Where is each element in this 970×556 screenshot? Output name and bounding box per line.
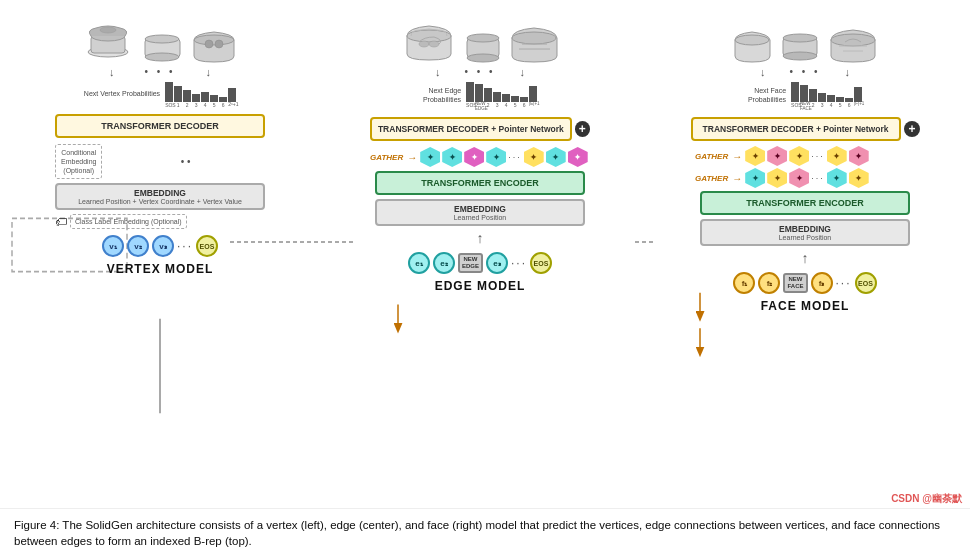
edge-token-dots: ··· — [511, 256, 527, 270]
svg-point-15 — [194, 35, 234, 45]
token-eos-edge: EOS — [530, 252, 552, 274]
face-embedding: EMBEDDING Learned Position — [700, 219, 910, 246]
svg-point-25 — [735, 35, 769, 45]
arrow2: ↓ — [206, 66, 212, 78]
token-e1: e₁ — [408, 252, 430, 274]
edge-transformer-encoder: TRANSFORMER ENCODER — [375, 171, 585, 195]
svg-point-16 — [205, 40, 213, 48]
face-hex-row2: ✦ ✦ ✦ ··· ✦ ✦ — [745, 168, 869, 188]
caption-area: Figure 4: The SolidGen architecture cons… — [0, 509, 970, 556]
face-down-arrows: ↓ • • • ↓ — [760, 66, 850, 78]
class-label-embed: Class Label Embedding (Optional) — [70, 214, 187, 229]
edge-down-arrows: ↓ • • • ↓ — [435, 66, 525, 78]
svg-point-22 — [467, 34, 499, 42]
face-hex-row1: ✦ ✦ ✦ ··· ✦ ✦ — [745, 146, 869, 166]
face-model-label: FACE MODEL — [761, 299, 850, 313]
f-arr1: ↓ — [760, 66, 766, 78]
token-f3: f₃ — [811, 272, 833, 294]
face-model-col: ↓ • • • ↓ Next FaceProbabilities — [650, 8, 960, 508]
edge-prob: Next EdgeProbabilities — [423, 80, 537, 111]
vertex-model-label: VERTEX MODEL — [107, 262, 214, 276]
face-hex-c1: ✦ — [745, 168, 765, 188]
svg-point-11 — [100, 27, 116, 33]
token-v1: v₁ — [102, 235, 124, 257]
vertex-embed-sub: Learned Position + Vertex Coordinate + V… — [63, 198, 257, 205]
vertex-shapes — [81, 12, 239, 64]
watermark: CSDN @幽荼默 — [891, 492, 962, 506]
token-eos-face: EOS — [855, 272, 877, 294]
e-arr2: ↓ — [520, 66, 526, 78]
face-up-arrow: ↑ — [802, 250, 809, 266]
edge-tokens: e₁ e₂ NEWEDGE e₃ ··· EOS — [408, 252, 552, 274]
svg-point-28 — [783, 52, 817, 60]
hex-m1: ✦ — [464, 147, 484, 167]
vertex-down-arrows: ↓ • • • ↓ — [109, 66, 211, 78]
face-shape-3 — [825, 26, 880, 64]
figure-caption: Figure 4: The SolidGen architecture cons… — [14, 519, 940, 548]
vertex-embedding: EMBEDDING Learned Position + Vertex Coor… — [55, 183, 265, 210]
edge-gather-arrow: → — [407, 152, 417, 163]
vertex-shape-3 — [189, 26, 239, 64]
svg-point-24 — [512, 32, 556, 44]
face-transformer-encoder: TRANSFORMER ENCODER — [700, 191, 910, 215]
svg-point-27 — [783, 34, 817, 42]
face-hex-y2: ✦ — [789, 146, 809, 166]
hex-c3: ✦ — [486, 147, 506, 167]
face-prob-label: Next FaceProbabilities — [748, 87, 786, 104]
token-f1: f₁ — [733, 272, 755, 294]
face-hex-p3: ✦ — [789, 168, 809, 188]
hex-y1: ✦ — [524, 147, 544, 167]
token-f2: f₂ — [758, 272, 780, 294]
face-hex-dots2: ··· — [811, 173, 825, 183]
face-shape-1 — [730, 28, 775, 64]
vertex-tokens: v₁ v₂ v₃ ··· EOS — [102, 235, 218, 257]
face-hex-y4: ✦ — [767, 168, 787, 188]
hex-c2: ✦ — [442, 147, 462, 167]
f-dots-h: • • • — [789, 66, 820, 78]
svg-point-14 — [145, 53, 179, 61]
svg-point-13 — [145, 35, 179, 43]
face-hex-y5: ✦ — [849, 168, 869, 188]
token-dots: ··· — [177, 239, 193, 253]
token-eos-vertex: EOS — [196, 235, 218, 257]
token-e3: e₃ — [486, 252, 508, 274]
edge-prob-label: Next EdgeProbabilities — [423, 87, 461, 104]
face-transformer-decoder: TRANSFORMER DECODER + Pointer Network — [691, 117, 901, 141]
edge-embed-sub: Learned Position — [383, 214, 577, 221]
vertex-prob: Next Vertex Probabilities — [84, 80, 236, 108]
vertex-model-col: ↓ • • • ↓ Next Vertex Probabilities — [10, 8, 310, 508]
e-dots-h: • • • — [464, 66, 495, 78]
face-gather2-arrow: → — [732, 173, 742, 184]
svg-point-20 — [429, 41, 439, 47]
conditional-embedding: ConditionalEmbedding(Optional) — [55, 144, 102, 179]
svg-point-19 — [419, 41, 429, 47]
e-arr1: ↓ — [435, 66, 441, 78]
dots-horiz: • • • — [144, 66, 175, 78]
edge-shape-2 — [463, 30, 503, 64]
edge-shapes — [399, 12, 562, 64]
dots2: • • — [181, 156, 191, 167]
face-gather2-label: GATHER — [695, 174, 728, 183]
main-container: ↓ • • • ↓ Next Vertex Probabilities — [0, 0, 970, 556]
face-token-dots: ··· — [836, 276, 852, 290]
models-row: ↓ • • • ↓ Next Vertex Probabilities — [10, 8, 960, 508]
face-gather1-label: GATHER — [695, 152, 728, 161]
f-arr2: ↓ — [845, 66, 851, 78]
arrow1: ↓ — [109, 66, 115, 78]
face-hex-p1: ✦ — [767, 146, 787, 166]
face-hex-p2: ✦ — [849, 146, 869, 166]
svg-point-29 — [831, 34, 875, 46]
token-e2: e₂ — [433, 252, 455, 274]
vertex-prob-label: Next Vertex Probabilities — [84, 90, 160, 98]
face-hex-y3: ✦ — [827, 146, 847, 166]
face-hex-c2: ✦ — [827, 168, 847, 188]
token-new-face: NEWFACE — [783, 273, 807, 292]
edge-shape-1 — [399, 22, 459, 64]
face-prob: Next FaceProbabilities — [748, 80, 862, 111]
face-gather1-arrow: → — [732, 151, 742, 162]
face-shapes — [730, 12, 880, 64]
vertex-shape-1 — [81, 24, 136, 64]
edge-up-arrow: ↑ — [477, 230, 484, 246]
face-tokens: f₁ f₂ NEWFACE f₃ ··· EOS — [733, 272, 876, 294]
edge-transformer-decoder: TRANSFORMER DECODER + Pointer Network — [370, 117, 572, 141]
